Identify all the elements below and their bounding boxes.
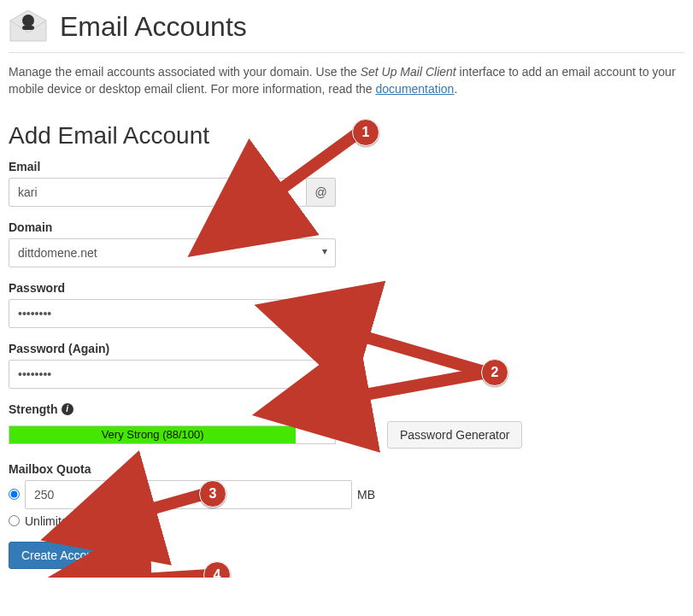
email-group: Email @: [9, 160, 684, 207]
svg-point-1: [22, 15, 34, 26]
email-input[interactable]: [9, 178, 307, 207]
page-title: Email Accounts: [60, 11, 247, 43]
quota-label: Mailbox Quota: [9, 462, 684, 476]
password-again-label: Password (Again): [9, 342, 684, 355]
info-icon[interactable]: i: [62, 403, 73, 415]
create-account-button[interactable]: Create Account: [9, 542, 116, 569]
email-accounts-icon: [9, 9, 48, 45]
at-addon: @: [307, 178, 336, 207]
password-again-input[interactable]: [9, 360, 336, 389]
quota-unit: MB: [357, 488, 375, 502]
password-generator-button[interactable]: Password Generator: [387, 421, 522, 449]
domain-label: Domain: [9, 220, 684, 234]
quota-input[interactable]: [25, 480, 352, 509]
password-again-group: Password (Again): [9, 342, 684, 389]
password-label: Password: [9, 281, 684, 295]
documentation-link[interactable]: documentation: [376, 82, 455, 96]
domain-select[interactable]: dittdomene.net: [9, 238, 336, 267]
strength-fill: Very Strong (88/100): [9, 426, 296, 443]
page-header: Email Accounts: [9, 9, 684, 53]
strength-label: Strength: [9, 402, 58, 416]
intro-text: Manage the email accounts associated wit…: [9, 63, 684, 98]
quota-unlimited-label: Unlimited: [25, 514, 74, 528]
svg-rect-2: [22, 26, 34, 30]
intro-prefix: Manage the email accounts associated wit…: [9, 65, 361, 79]
password-input[interactable]: [9, 299, 336, 328]
callout-4-number: 4: [203, 561, 231, 578]
intro-em: Set Up Mail Client: [361, 65, 456, 79]
quota-group: Mailbox Quota MB Unlimited: [9, 462, 684, 528]
domain-group: Domain dittdomene.net: [9, 220, 684, 267]
svg-line-11: [128, 575, 209, 578]
strength-bar: Very Strong (88/100): [9, 425, 336, 444]
strength-group: Strength i Very Strong (88/100) Password…: [9, 402, 684, 449]
quota-limited-radio[interactable]: [9, 489, 20, 500]
password-group: Password: [9, 281, 684, 328]
email-label: Email: [9, 160, 684, 173]
section-title: Add Email Account: [9, 122, 684, 150]
quota-unlimited-radio[interactable]: [9, 515, 20, 526]
intro-suffix: .: [454, 82, 457, 96]
